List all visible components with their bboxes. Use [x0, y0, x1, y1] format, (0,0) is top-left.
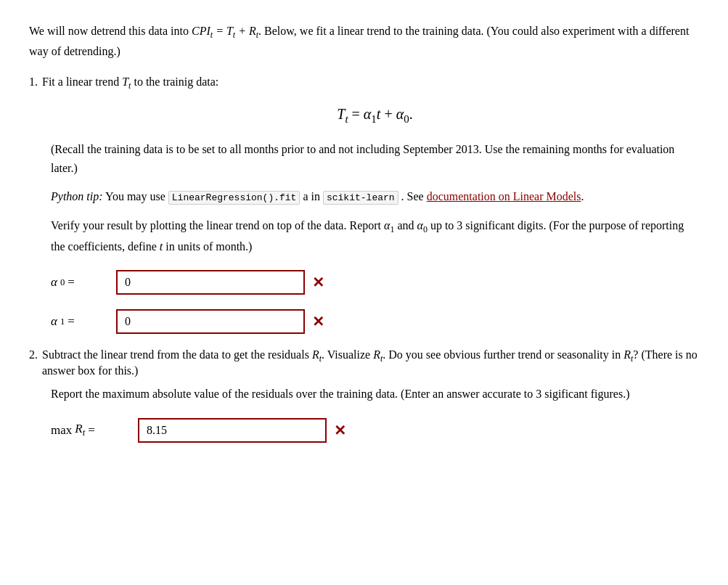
alpha1-cross-icon: ✕ — [312, 313, 324, 330]
recall-text: (Recall the training data is to be set t… — [51, 140, 699, 177]
alpha1-row: α1 = ✕ — [51, 309, 699, 334]
max-rt-input[interactable] — [138, 418, 327, 443]
section-2-number: 2. — [29, 348, 38, 377]
section-2: 2. Subtract the linear trend from the da… — [29, 348, 699, 443]
section-2-text2: Report the maximum absolute value of the… — [51, 385, 699, 404]
alpha0-cross-icon: ✕ — [312, 274, 324, 291]
max-rt-cross-icon: ✕ — [334, 422, 346, 439]
alpha1-label: α1 = — [51, 314, 109, 329]
max-rt-row: max Rt = ✕ — [51, 418, 699, 443]
code-linearregression: LinearRegression().fit — [168, 191, 300, 205]
section-1: 1. Fit a linear trend Tt to the trainig … — [29, 75, 699, 334]
intro-paragraph: We will now detrend this data into CPIt … — [29, 22, 699, 61]
alpha0-input[interactable] — [116, 270, 305, 295]
alpha0-label: α0 = — [51, 275, 109, 290]
verify-text: Verify your result by plotting the linea… — [51, 216, 699, 255]
formula-display: Tt = α1t + α0. — [51, 106, 699, 126]
section-1-header: Fit a linear trend Tt to the trainig dat… — [42, 75, 218, 91]
python-tip: Python tip: You may use LinearRegression… — [51, 187, 699, 206]
max-rt-label: max Rt = — [51, 422, 131, 438]
section-1-number: 1. — [29, 75, 38, 91]
alpha0-row: α0 = ✕ — [51, 270, 699, 295]
code-sklearn: scikit-learn — [323, 191, 398, 205]
section-2-text1: Subtract the linear trend from the data … — [42, 348, 699, 377]
documentation-link[interactable]: documentation on Linear Models — [427, 190, 581, 202]
alpha1-input[interactable] — [116, 309, 305, 334]
